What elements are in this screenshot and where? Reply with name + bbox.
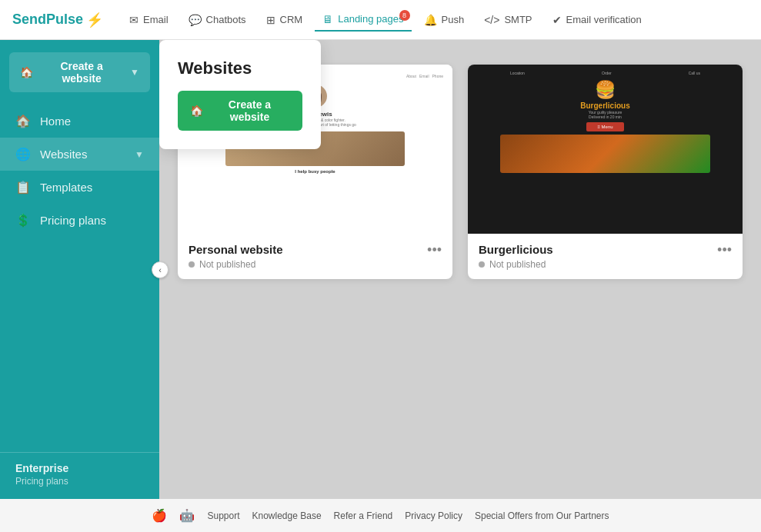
- email-verification-icon: ✔: [552, 14, 562, 26]
- sidebar-item-websites[interactable]: 🌐 Websites ▼: [0, 138, 159, 171]
- sidebar-item-websites-label: Websites: [40, 148, 87, 161]
- preview-burger-name: Burgerlicious: [580, 101, 629, 110]
- preview-menu-button: ≡ Menu: [586, 122, 623, 131]
- pricing-plans-label: Pricing plans: [15, 476, 144, 487]
- email-icon: ✉: [129, 14, 139, 26]
- sidebar-bottom: Enterprise Pricing plans: [0, 452, 159, 499]
- crm-icon: ⊞: [266, 14, 275, 26]
- enterprise-label: Enterprise: [15, 462, 144, 474]
- footer-link-privacy[interactable]: Privacy Policy: [405, 510, 462, 521]
- nav-label-crm: CRM: [280, 14, 303, 25]
- card-status-personal: Not published: [189, 259, 283, 270]
- create-website-sidebar-label: Create a website: [39, 60, 124, 85]
- sidebar-item-pricing-plans[interactable]: 💲 Pricing plans: [0, 204, 159, 237]
- preview-burger-nav: LocationOrderCall us: [474, 71, 736, 75]
- push-icon: 🔔: [424, 14, 437, 26]
- home-icon: 🏠: [15, 114, 31, 128]
- sidebar-item-home[interactable]: 🏠 Home: [0, 105, 159, 138]
- sidebar-top: 🏠 Create a website ▼: [0, 40, 159, 98]
- create-btn-house-icon: 🏠: [190, 105, 203, 117]
- card-info-burgerlicious: Burgerlicious Not published •••: [468, 234, 743, 279]
- landing-pages-icon: 🖥: [322, 13, 333, 25]
- websites-dropdown-popup: Websites 🏠 Create a website: [159, 40, 321, 149]
- sidebar-item-templates[interactable]: 📋 Templates: [0, 171, 159, 204]
- card-info-personal: Personal website Not published •••: [178, 234, 452, 279]
- android-icon[interactable]: 🤖: [179, 508, 195, 523]
- card-text-personal: Personal website Not published: [189, 243, 283, 270]
- smtp-icon: </>: [484, 14, 499, 26]
- preview-burger-tagline: Your guilty pleasureDelivered in 20 min: [589, 110, 622, 119]
- nav-label-push: Push: [442, 14, 465, 25]
- card-title-burgerlicious: Burgerlicious: [479, 243, 553, 256]
- sidebar-item-home-label: Home: [40, 115, 71, 128]
- templates-icon: 📋: [15, 180, 31, 195]
- footer-link-knowledge-base[interactable]: Knowledge Base: [252, 510, 322, 521]
- nav-item-smtp[interactable]: </> SMTP: [476, 9, 539, 31]
- nav-label-landing-pages: Landing pages: [338, 13, 403, 25]
- status-label-personal: Not published: [199, 259, 255, 270]
- sidebar: 🏠 Create a website ▼ 🏠 Home 🌐 Websites ▼…: [0, 40, 159, 499]
- sidebar-nav: 🏠 Home 🌐 Websites ▼ 📋 Templates 💲 Pricin…: [0, 98, 159, 452]
- card-menu-button-personal[interactable]: •••: [427, 243, 442, 257]
- nav-label-email: Email: [143, 14, 169, 25]
- websites-arrow-icon: ▼: [135, 149, 144, 160]
- content-area: Websites 🏠 Create a website AboutEmailPh…: [159, 40, 761, 499]
- nav-item-crm[interactable]: ⊞ CRM: [259, 9, 311, 31]
- create-website-sidebar-button[interactable]: 🏠 Create a website ▼: [9, 52, 150, 92]
- apple-icon[interactable]: 🍎: [152, 508, 167, 523]
- logo-text: SendPulse: [12, 12, 83, 28]
- preview-burger-image: [500, 135, 710, 173]
- preview-burger-emoji: 🍔: [595, 80, 616, 100]
- logo-lightning-icon: ⚡: [86, 12, 103, 28]
- footer-link-special-offers[interactable]: Special Offers from Our Partners: [475, 510, 609, 521]
- nav-item-chatbots[interactable]: 💬 Chatbots: [181, 9, 254, 31]
- landing-pages-badge: 8: [399, 10, 410, 21]
- preview-tagline: I help busy people: [295, 169, 335, 174]
- top-navigation: SendPulse ⚡ ✉ Email 💬 Chatbots ⊞ CRM 🖥 L…: [0, 0, 761, 40]
- nav-label-email-verification: Email verification: [566, 14, 642, 25]
- card-text-burgerlicious: Burgerlicious Not published: [479, 243, 553, 270]
- nav-items: ✉ Email 💬 Chatbots ⊞ CRM 🖥 Landing pages…: [122, 8, 649, 32]
- dropdown-arrow-icon: ▼: [130, 67, 139, 78]
- house-icon: 🏠: [20, 66, 33, 78]
- sidebar-collapse-button[interactable]: ‹: [152, 261, 169, 278]
- dropdown-popup-title: Websites: [178, 58, 302, 78]
- nav-item-email[interactable]: ✉ Email: [122, 9, 176, 31]
- preview-burger-content: LocationOrderCall us 🍔 Burgerlicious You…: [468, 65, 743, 234]
- footer: 🍎 🤖 Support Knowledge Base Refer a Frien…: [0, 499, 761, 532]
- card-preview-burgerlicious: LocationOrderCall us 🍔 Burgerlicious You…: [468, 65, 743, 234]
- footer-link-support[interactable]: Support: [207, 510, 239, 521]
- create-website-dropdown-label: Create a website: [209, 98, 290, 123]
- nav-label-smtp: SMTP: [504, 14, 532, 25]
- card-menu-button-burgerlicious[interactable]: •••: [717, 243, 732, 257]
- logo[interactable]: SendPulse ⚡: [12, 12, 103, 28]
- main-layout: 🏠 Create a website ▼ 🏠 Home 🌐 Websites ▼…: [0, 40, 761, 499]
- chatbots-icon: 💬: [189, 14, 202, 26]
- card-status-burgerlicious: Not published: [479, 259, 553, 270]
- status-dot-burgerlicious: [479, 261, 485, 268]
- card-title-personal: Personal website: [189, 243, 283, 256]
- nav-item-email-verification[interactable]: ✔ Email verification: [545, 9, 649, 31]
- status-label-burgerlicious: Not published: [489, 259, 546, 270]
- website-card-burgerlicious: LocationOrderCall us 🍔 Burgerlicious You…: [468, 65, 743, 279]
- nav-item-landing-pages[interactable]: 🖥 Landing pages 8: [315, 8, 411, 32]
- create-website-dropdown-button[interactable]: 🏠 Create a website: [178, 91, 302, 131]
- nav-item-push[interactable]: 🔔 Push: [416, 9, 472, 31]
- footer-link-refer[interactable]: Refer a Friend: [334, 510, 393, 521]
- nav-label-chatbots: Chatbots: [206, 14, 246, 25]
- websites-icon: 🌐: [15, 147, 31, 161]
- sidebar-item-templates-label: Templates: [40, 181, 92, 194]
- sidebar-item-pricing-label: Pricing plans: [40, 214, 106, 227]
- pricing-icon: 💲: [15, 213, 31, 228]
- status-dot-personal: [189, 261, 195, 268]
